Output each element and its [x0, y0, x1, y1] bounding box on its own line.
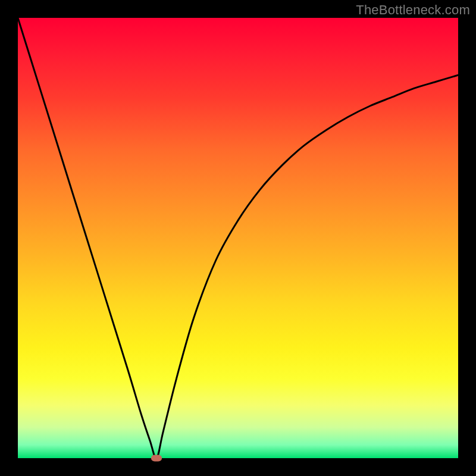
curve-path — [18, 18, 458, 458]
watermark-label: TheBottleneck.com — [356, 2, 470, 18]
chart-frame: TheBottleneck.com — [0, 0, 476, 476]
bottleneck-curve — [18, 18, 458, 458]
plot-area — [18, 18, 458, 458]
minimum-marker-dot — [151, 455, 162, 462]
